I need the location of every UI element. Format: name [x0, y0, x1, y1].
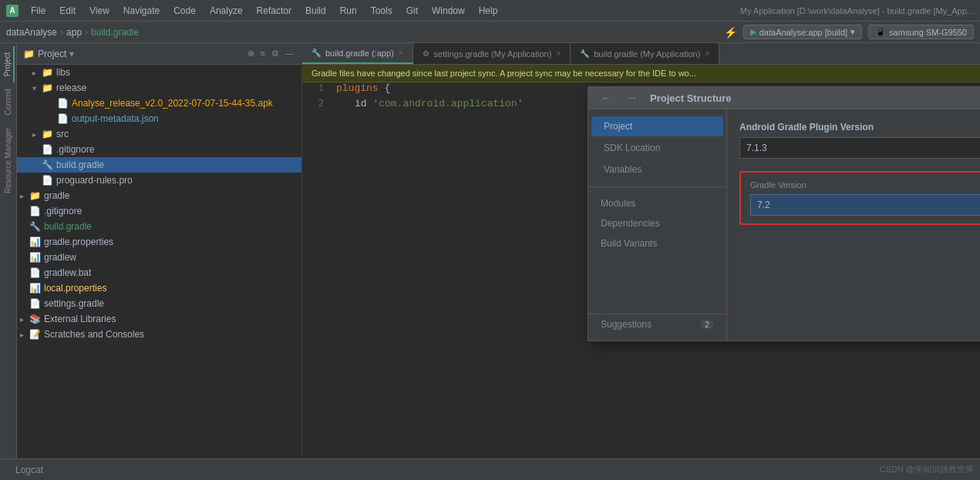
vert-tab-resource-manager[interactable]: Resource Manager: [2, 122, 14, 200]
tree-label-local-properties: local.properties: [44, 283, 106, 294]
tree-item-gradlew-bat[interactable]: ▸ 📄 gradlew.bat: [17, 265, 301, 280]
tab-close-build-gradle-root[interactable]: ×: [705, 49, 709, 58]
menu-file[interactable]: File: [25, 4, 52, 18]
tree-item-scratches[interactable]: ▸ 📝 Scratches and Consoles: [17, 327, 301, 342]
bottom-tab-logcat[interactable]: Logcat: [6, 462, 52, 478]
locate-file-btn[interactable]: ⊕: [246, 47, 256, 60]
breadcrumb-file[interactable]: build.gradle: [91, 27, 139, 38]
tree-label-proguard: proguard-rules.pro: [56, 175, 133, 186]
tree-item-gitignore-root[interactable]: ▸ 📄 .gitignore: [17, 203, 301, 219]
device-selector[interactable]: 📱 samsung SM-G9550: [868, 25, 974, 39]
tree-label-gradle-properties: gradle.properties: [44, 237, 113, 247]
tree-item-libs[interactable]: ▸ 📁 libs: [17, 65, 301, 80]
ps-sidebar-item-variables[interactable]: Variables: [591, 159, 723, 180]
file-icon-gradlew: 📊: [29, 252, 41, 263]
menu-view[interactable]: View: [83, 4, 116, 18]
ps-suggestions[interactable]: Suggestions 2: [588, 314, 726, 334]
menu-code[interactable]: Code: [167, 4, 202, 18]
menu-navigate[interactable]: Navigate: [117, 4, 166, 18]
tree-item-gradle-folder[interactable]: ▸ 📁 gradle: [17, 188, 301, 203]
tab-close-build-gradle-app[interactable]: ×: [399, 49, 403, 57]
tree-item-build-gradle-root[interactable]: ▸ 🔧 build.gradle: [17, 219, 301, 234]
collapse-all-btn[interactable]: ≡: [259, 47, 267, 60]
panel-close-btn[interactable]: —: [284, 47, 295, 60]
plugin-version-input[interactable]: [739, 137, 980, 159]
tree-item-release[interactable]: ▾ 📁 release: [17, 80, 301, 96]
ps-suggestions-label: Suggestions: [601, 319, 652, 330]
tree-label-src: src: [56, 129, 69, 139]
tree-item-metadata[interactable]: ▸ 📄 output-metadata.json: [17, 111, 301, 126]
project-structure-dialog: ← → Project Structure Project SDK Locati…: [588, 86, 980, 341]
ps-sidebar-item-project[interactable]: Project: [591, 116, 723, 136]
ps-section-build-variants[interactable]: Build Variants: [588, 233, 726, 253]
tree-item-gradlew[interactable]: ▸ 📊 gradlew: [17, 250, 301, 265]
vert-tab-commit[interactable]: Commit: [2, 82, 14, 121]
watermark: CSDN @学知识拯救世界: [880, 464, 974, 475]
ps-section-dependencies[interactable]: Dependencies: [588, 213, 726, 233]
vert-tab-project[interactable]: Project: [2, 46, 15, 82]
tree-arrow-external-libs: ▸: [20, 315, 28, 324]
ps-sidebar-item-sdk[interactable]: SDK Location: [591, 138, 723, 158]
device-icon: 📱: [875, 27, 886, 37]
menu-analyze[interactable]: Analyze: [204, 4, 249, 18]
menu-window[interactable]: Window: [426, 4, 471, 18]
file-icon-build-gradle-root: 🔧: [29, 221, 41, 232]
folder-icon-gradle: 📁: [29, 190, 41, 201]
project-tree[interactable]: ▸ 📁 libs ▾ 📁 release ▸ 📄 Analyse_release…: [17, 65, 301, 458]
menu-help[interactable]: Help: [473, 4, 504, 18]
plugin-version-label: Android Gradle Plugin Version: [739, 122, 980, 133]
tree-item-proguard[interactable]: ▸ 📄 proguard-rules.pro: [17, 173, 301, 188]
gradle-version-input[interactable]: [750, 194, 980, 216]
tree-item-gradle-properties[interactable]: ▸ 📊 gradle.properties: [17, 234, 301, 250]
tree-arrow-release: ▾: [32, 84, 40, 92]
breadcrumb-root[interactable]: dataAnalyse: [6, 27, 57, 38]
menu-git[interactable]: Git: [400, 4, 424, 18]
tree-item-build-gradle-app[interactable]: ▸ 🔧 build.gradle: [17, 157, 301, 173]
file-icon-gradle-properties: 📊: [29, 237, 41, 247]
menu-tools[interactable]: Tools: [365, 4, 399, 18]
gradle-version-group: Gradle Version ▾: [739, 171, 980, 225]
menu-build[interactable]: Build: [299, 4, 332, 18]
tree-arrow-libs: ▸: [32, 69, 40, 77]
tree-item-apk[interactable]: ▸ 📄 Analyse_release_v2.0_2022-07-07-15-4…: [17, 96, 301, 111]
file-icon-apk: 📄: [57, 98, 69, 109]
tab-close-settings-gradle[interactable]: ×: [556, 49, 561, 58]
ps-section-modules[interactable]: Modules: [588, 193, 726, 213]
ps-content: Android Gradle Plugin Version ▾ Gradle V…: [727, 109, 980, 341]
menu-edit[interactable]: Edit: [53, 4, 82, 18]
menu-run[interactable]: Run: [334, 4, 363, 18]
gradle-version-label: Gradle Version: [750, 180, 980, 190]
ps-back-btn[interactable]: ←: [598, 92, 615, 104]
tab-settings-gradle[interactable]: ⚙ settings.gradle (My Application) ×: [413, 43, 571, 64]
ps-forward-btn[interactable]: →: [624, 92, 641, 104]
tree-item-external-libs[interactable]: ▸ 📚 External Libraries: [17, 311, 301, 327]
menu-refactor[interactable]: Refactor: [251, 4, 298, 18]
tree-label-apk: Analyse_release_v2.0_2022-07-07-15-44-35…: [72, 98, 273, 109]
breadcrumb-bar: dataAnalyse › app › build.gradle ⚡ ▶ dat…: [0, 22, 980, 43]
tree-arrow-src: ▸: [32, 130, 40, 139]
panel-settings-btn[interactable]: ⚙: [270, 47, 281, 60]
panel-dropdown-icon[interactable]: ▾: [69, 49, 74, 59]
tree-label-gradlew: gradlew: [44, 252, 76, 263]
breadcrumb-sep-2: ›: [85, 27, 88, 38]
build-target-chevron: ▾: [850, 27, 855, 37]
build-target-selector[interactable]: ▶ dataAnalyse:app [build] ▾: [743, 25, 862, 39]
tree-label-build-gradle-root: build.gradle: [44, 221, 92, 232]
tree-arrow-gradle-folder: ▸: [20, 192, 28, 200]
tree-label-gradle-folder: gradle: [44, 190, 69, 201]
panel-title-label: Project: [38, 49, 66, 59]
tree-label-build-gradle-app: build.gradle: [56, 159, 104, 170]
build-target-icon: ▶: [750, 27, 756, 37]
tree-item-settings-gradle[interactable]: ▸ 📄 settings.gradle: [17, 296, 301, 311]
tab-build-gradle-app[interactable]: 🔧 build.gradle (:app) ×: [302, 43, 413, 64]
file-icon-gitignore-root: 📄: [29, 206, 41, 217]
tree-item-src[interactable]: ▸ 📁 src: [17, 126, 301, 142]
tree-item-local-properties[interactable]: ▸ 📊 local.properties: [17, 280, 301, 296]
ps-sidebar: Project SDK Location Variables Modules D…: [588, 109, 727, 341]
tree-item-gitignore-app[interactable]: ▸ 📄 .gitignore: [17, 142, 301, 157]
breadcrumb-app[interactable]: app: [66, 27, 82, 38]
tab-build-gradle-root[interactable]: 🔧 build.gradle (My Application) ×: [571, 43, 719, 64]
line-number-2: 2: [302, 98, 333, 109]
tree-label-gitignore-app: .gitignore: [56, 144, 94, 155]
menu-bar: A File Edit View Navigate Code Analyze R…: [0, 0, 980, 22]
